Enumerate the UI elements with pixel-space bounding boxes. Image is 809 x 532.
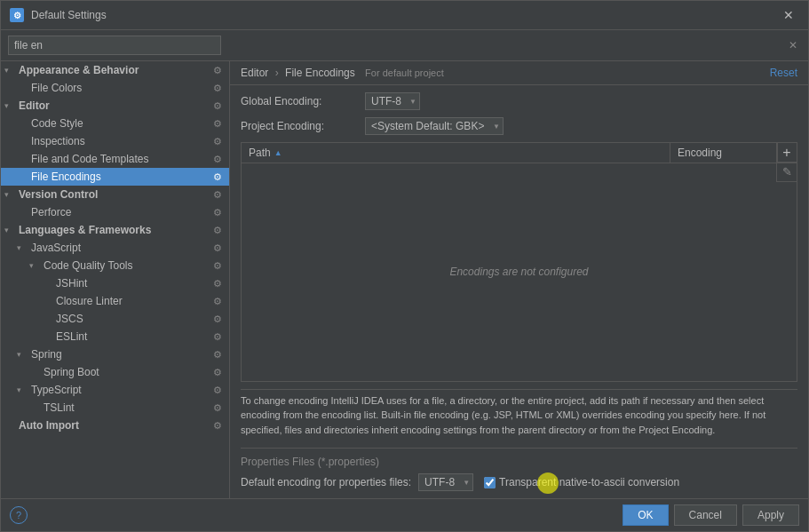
transparent-checkbox-label: Transparent native-to-ascii conversion [499, 476, 679, 488]
sidebar-item-typescript[interactable]: ▾ TypeScript ⚙ [1, 381, 229, 399]
sidebar-item-label: JSHint [54, 276, 213, 290]
settings-icon: ⚙ [213, 385, 226, 396]
sidebar-item-jshint[interactable]: JSHint ⚙ [1, 274, 229, 292]
right-panel: Editor › File Encodings For default proj… [230, 61, 808, 498]
sidebar-item-editor[interactable]: ▾ Editor ⚙ [1, 97, 229, 115]
sidebar-item-code-quality-tools[interactable]: ▾ Code Quality Tools ⚙ [1, 257, 229, 274]
breadcrumb-current: File Encodings [285, 67, 355, 79]
cancel-button[interactable]: Cancel [674, 504, 737, 526]
sidebar-item-closure-linter[interactable]: Closure Linter ⚙ [1, 292, 229, 310]
settings-icon: ⚙ [213, 331, 226, 343]
global-encoding-row: Global Encoding: UTF-8 [241, 92, 797, 110]
properties-section-title: Properties Files (*.properties) [241, 456, 797, 468]
sidebar-item-spring[interactable]: ▾ Spring ⚙ [1, 345, 229, 363]
sidebar-item-inspections[interactable]: Inspections ⚙ [1, 132, 229, 150]
expand-arrow: ▾ [4, 66, 17, 75]
table-header-row: Path ▲ Encoding [242, 143, 797, 163]
properties-encoding-select[interactable]: UTF-8 [418, 473, 473, 491]
sidebar-item-spring-boot[interactable]: Spring Boot ⚙ [1, 363, 229, 381]
expand-arrow: ▾ [4, 190, 17, 199]
sidebar-item-label: Editor [17, 99, 213, 113]
settings-icon: ⚙ [213, 171, 226, 183]
sidebar-item-label: File and Code Templates [29, 152, 213, 166]
settings-icon: ⚙ [213, 136, 226, 147]
panel-header: Editor › File Encodings For default proj… [230, 61, 808, 85]
sidebar-item-appearance[interactable]: ▾ Appearance & Behavior ⚙ [1, 61, 229, 79]
settings-icon: ⚙ [213, 349, 226, 361]
sidebar-item-auto-import[interactable]: Auto Import ⚙ [1, 417, 229, 434]
sort-indicator: ▲ [274, 148, 282, 157]
dialog-title: Default Settings [31, 9, 107, 21]
settings-icon: ⚙ [213, 296, 226, 307]
search-input[interactable] [8, 36, 221, 55]
settings-icon: ⚙ [213, 118, 226, 130]
default-encoding-label: Default encoding for properties files: [241, 476, 411, 488]
expand-arrow: ▾ [17, 243, 29, 252]
settings-icon: ⚙ [213, 207, 226, 218]
sidebar-item-label: ESLint [54, 330, 213, 344]
add-encoding-button[interactable]: + [777, 143, 797, 163]
footer: ? OK Cancel Apply [1, 498, 808, 531]
settings-icon: ⚙ [213, 420, 226, 432]
sidebar-item-label: Spring Boot [42, 365, 213, 379]
settings-icon: ⚙ [213, 189, 226, 201]
project-encoding-row: Project Encoding: <System Default: GBK> [241, 117, 797, 135]
sidebar-item-javascript[interactable]: ▾ JavaScript ⚙ [1, 239, 229, 257]
sidebar-item-file-code-templates[interactable]: File and Code Templates ⚙ [1, 150, 229, 168]
footer-buttons: OK Cancel Apply [623, 504, 799, 526]
sidebar-item-label: Version Control [17, 187, 213, 202]
dialog: ⚙ Default Settings ✕ ✕ ▾ Appearance & Be… [0, 0, 809, 532]
search-clear-icon[interactable]: ✕ [789, 39, 797, 52]
sidebar-item-label: Languages & Frameworks [17, 223, 213, 237]
global-encoding-select[interactable]: UTF-8 [365, 92, 420, 110]
sidebar-item-code-style[interactable]: Code Style ⚙ [1, 115, 229, 132]
table-empty-message: Encodings are not configured [242, 163, 797, 381]
expand-arrow: ▾ [17, 350, 29, 359]
for-project-label: For default project [365, 67, 444, 78]
project-encoding-select-wrapper: <System Default: GBK> [365, 117, 504, 135]
properties-section: Properties Files (*.properties) Default … [241, 448, 797, 491]
sidebar-item-eslint[interactable]: ESLint ⚙ [1, 328, 229, 345]
sidebar-item-file-colors[interactable]: File Colors ⚙ [1, 79, 229, 97]
col-encoding-label: Encoding [678, 147, 722, 159]
sidebar-item-label: Closure Linter [54, 294, 213, 308]
close-button[interactable]: ✕ [778, 6, 799, 24]
sidebar-item-label: File Encodings [29, 170, 213, 184]
help-button[interactable]: ? [10, 506, 28, 524]
title-bar-left: ⚙ Default Settings [10, 8, 107, 22]
sidebar-item-label: Code Quality Tools [42, 258, 213, 273]
title-bar: ⚙ Default Settings ✕ [1, 1, 808, 30]
settings-icon: ⚙ [213, 314, 226, 325]
sidebar-item-tslint[interactable]: TSLint ⚙ [1, 399, 229, 417]
properties-row: Default encoding for properties files: U… [241, 473, 797, 491]
col-path-header: Path ▲ [242, 143, 670, 163]
settings-icon: ⚙ [213, 242, 226, 254]
sidebar: ▾ Appearance & Behavior ⚙ File Colors ⚙ … [1, 61, 230, 498]
settings-icon: ⚙ [213, 367, 226, 378]
project-encoding-label: Project Encoding: [241, 120, 365, 132]
sidebar-item-file-encodings[interactable]: File Encodings ⚙ [1, 168, 229, 186]
settings-icon: ⚙ [213, 225, 226, 236]
apply-button[interactable]: Apply [742, 504, 799, 526]
col-encoding-header: Encoding [670, 143, 777, 163]
transparent-checkbox[interactable] [484, 477, 496, 488]
main-content: ▾ Appearance & Behavior ⚙ File Colors ⚙ … [1, 61, 808, 498]
sidebar-item-label: JavaScript [29, 241, 213, 255]
sidebar-item-jscs[interactable]: JSCS ⚙ [1, 310, 229, 328]
footer-left: ? [10, 506, 28, 524]
expand-arrow: ▾ [4, 101, 17, 110]
sidebar-item-languages-frameworks[interactable]: ▾ Languages & Frameworks ⚙ [1, 221, 229, 239]
dialog-icon: ⚙ [10, 8, 24, 22]
sidebar-item-label: Perforce [29, 205, 213, 219]
breadcrumb-separator: › [275, 67, 282, 79]
ok-button[interactable]: OK [623, 504, 668, 526]
reset-button[interactable]: Reset [770, 67, 797, 79]
settings-icon: ⚙ [213, 83, 226, 94]
sidebar-item-version-control[interactable]: ▾ Version Control ⚙ [1, 186, 229, 203]
sidebar-item-perforce[interactable]: Perforce ⚙ [1, 203, 229, 221]
description-text: To change encoding IntelliJ IDEA uses fo… [241, 389, 797, 441]
edit-encoding-button[interactable]: ✎ [777, 163, 797, 182]
transparent-checkbox-wrapper: Transparent native-to-ascii conversion [484, 476, 679, 488]
project-encoding-select[interactable]: <System Default: GBK> [365, 117, 504, 135]
sidebar-item-label: TSLint [42, 401, 213, 415]
